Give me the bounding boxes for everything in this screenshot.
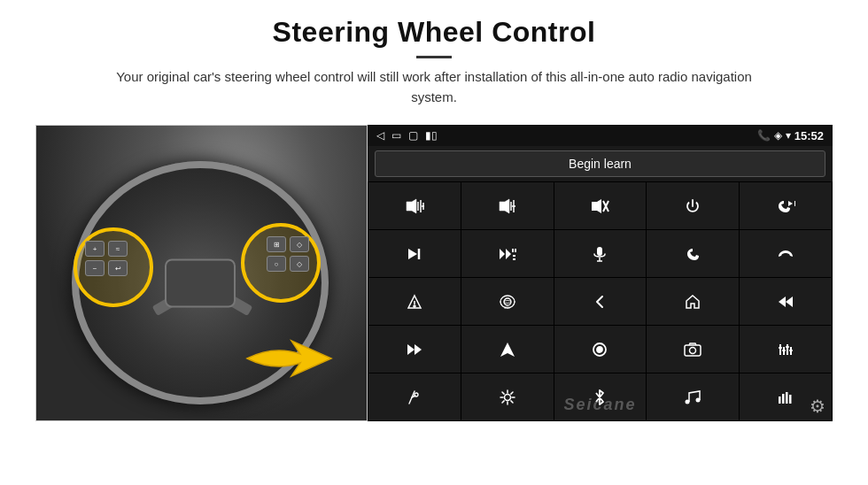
subtitle-text: Your original car's steering wheel contr… [97, 67, 771, 107]
mute-button[interactable] [554, 182, 647, 229]
equalizer-button[interactable] [740, 326, 832, 373]
clock-display: 15:52 [794, 129, 824, 142]
svg-point-49 [504, 394, 510, 400]
svg-point-38 [690, 347, 696, 353]
gear-icon[interactable]: ⚙ [810, 396, 825, 417]
phone-button[interactable] [647, 230, 739, 277]
vol-down-button[interactable] [461, 182, 554, 229]
sw-btn-r4: ◇ [290, 256, 309, 272]
power-button[interactable] [647, 182, 739, 229]
navigate-button[interactable] [461, 326, 554, 373]
back-nav-icon[interactable]: ◁ [376, 129, 384, 142]
sw-btn-r1: ⊞ [267, 236, 286, 252]
steering-wheel-image: + ≈ − ↩ ⊞ ◇ ○ ◇ [35, 125, 368, 421]
enter-button[interactable] [554, 326, 647, 373]
recent-nav-icon[interactable]: ▢ [408, 129, 418, 142]
phone-status-icon: 📞 [757, 129, 771, 142]
svg-rect-22 [597, 247, 602, 256]
sw-btn-r3: ○ [267, 256, 286, 272]
head-unit-screen: ◁ ▭ ▢ ▮▯ 📞 ◈ ▾ 15:52 Begin learn [368, 125, 833, 421]
svg-marker-16 [500, 249, 505, 259]
svg-marker-5 [500, 199, 509, 213]
camera-360-button[interactable]: 360° [461, 278, 554, 325]
wheel-center [165, 258, 236, 307]
svg-point-51 [686, 399, 690, 404]
sw-btn-mode: ≈ [108, 241, 128, 257]
svg-marker-17 [506, 249, 511, 259]
content-row: + ≈ − ↩ ⊞ ◇ ○ ◇ [35, 125, 833, 485]
svg-marker-34 [500, 343, 515, 357]
settings2-button[interactable] [461, 373, 554, 420]
home-nav-icon[interactable]: ▭ [391, 129, 401, 142]
alert-button[interactable] [368, 278, 461, 325]
bluetooth-button[interactable] [554, 373, 647, 420]
yellow-arrow [238, 327, 336, 389]
title-divider [416, 56, 452, 58]
svg-point-28 [504, 300, 511, 303]
page-container: Steering Wheel Control Your original car… [0, 0, 868, 485]
svg-text:360°: 360° [504, 305, 512, 310]
fast-forward-button[interactable] [368, 326, 461, 373]
svg-point-52 [696, 397, 701, 402]
svg-marker-32 [407, 344, 415, 355]
svg-rect-55 [786, 392, 788, 404]
title-section: Steering Wheel Control Your original car… [35, 16, 833, 119]
rewind-button[interactable] [740, 278, 832, 325]
svg-rect-54 [782, 394, 785, 404]
learn-button-row: Begin learn [368, 146, 833, 181]
status-bar-right: 📞 ◈ ▾ 15:52 [757, 129, 824, 142]
begin-learn-button[interactable]: Begin learn [375, 150, 825, 177]
svg-marker-12 [788, 201, 793, 206]
next-track-button[interactable] [368, 230, 461, 277]
camera-button[interactable] [647, 326, 739, 373]
sw-btn-plus: + [85, 241, 105, 257]
mic2-button[interactable] [368, 373, 461, 420]
back-button[interactable] [554, 278, 647, 325]
battery-icon: ▮▯ [425, 129, 438, 142]
svg-rect-53 [779, 396, 781, 404]
svg-marker-0 [407, 199, 416, 213]
svg-marker-33 [415, 344, 422, 355]
sw-button-cluster-right: ⊞ ◇ ○ ◇ [267, 236, 309, 291]
svg-marker-14 [408, 249, 417, 259]
status-bar-left: ◁ ▭ ▢ ▮▯ [376, 129, 438, 142]
page-title: Steering Wheel Control [35, 16, 833, 49]
hang-up-button[interactable] [740, 230, 832, 277]
vol-up-button[interactable] [368, 182, 461, 229]
play-skip-button[interactable] [461, 230, 554, 277]
svg-point-27 [504, 298, 511, 305]
svg-rect-56 [789, 395, 792, 404]
location-icon: ◈ [774, 129, 782, 142]
home-button[interactable] [647, 278, 739, 325]
svg-marker-31 [786, 296, 793, 307]
sw-btn-minus: − [85, 260, 105, 276]
sw-button-cluster-left: + ≈ − ↩ [85, 241, 128, 296]
controls-grid: 360° [368, 181, 833, 421]
svg-marker-9 [592, 199, 601, 213]
svg-point-48 [415, 393, 418, 396]
svg-point-36 [597, 347, 602, 352]
music-button[interactable] [647, 373, 739, 420]
status-bar: ◁ ▭ ▢ ▮▯ 📞 ◈ ▾ 15:52 [368, 125, 833, 146]
svg-marker-30 [779, 296, 786, 307]
phone-prev-button[interactable] [740, 182, 832, 229]
mic-button[interactable] [554, 230, 647, 277]
svg-point-26 [414, 305, 415, 307]
sw-btn-r2: ◇ [290, 236, 309, 252]
sw-btn-hook: ↩ [108, 260, 128, 276]
wifi-icon: ▾ [786, 129, 791, 142]
